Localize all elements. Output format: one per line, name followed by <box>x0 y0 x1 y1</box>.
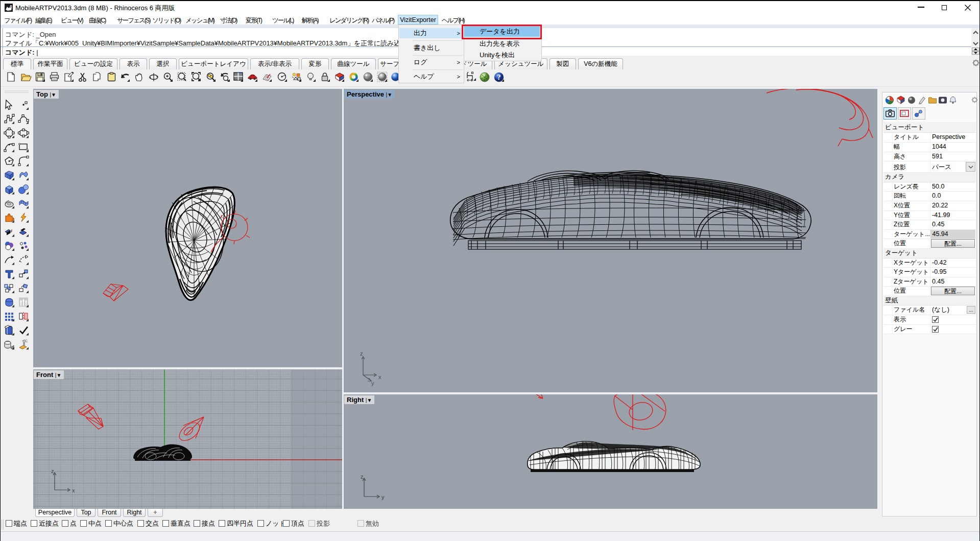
svg-text:z: z <box>360 350 363 357</box>
svg-text:6: 6 <box>10 5 12 8</box>
svg-text:x: x <box>378 374 381 380</box>
svg-text:z: z <box>361 474 364 480</box>
svg-text:y: y <box>371 380 374 386</box>
svg-text:z: z <box>51 468 54 474</box>
svg-text:y: y <box>381 494 385 500</box>
svg-text:?: ? <box>497 74 501 81</box>
svg-text:x: x <box>72 487 75 493</box>
